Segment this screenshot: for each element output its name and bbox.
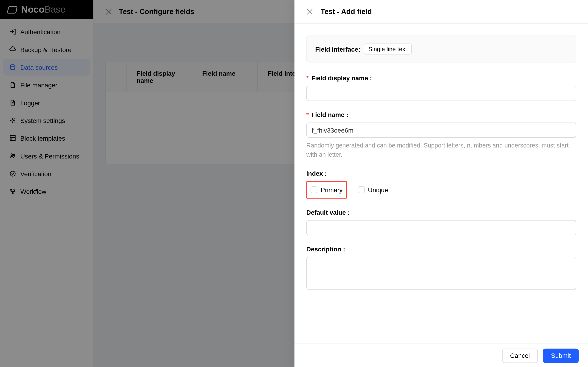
description-textarea[interactable]: [306, 257, 576, 290]
primary-checkbox[interactable]: Primary: [306, 181, 347, 198]
field-default-value-group: Default value: [306, 209, 576, 235]
display-name-input[interactable]: [306, 86, 576, 101]
interface-label: Field interface:: [315, 45, 360, 52]
name-label: Field name: [311, 111, 348, 118]
field-description-group: Description: [306, 245, 576, 291]
field-name-group: *Field name Randomly generated and can b…: [306, 111, 576, 159]
field-display-name-group: *Field display name: [306, 74, 576, 101]
close-icon[interactable]: [306, 8, 313, 15]
checkbox-box: [358, 186, 364, 193]
interface-chip[interactable]: Single line text: [364, 44, 412, 55]
submit-button[interactable]: Submit: [543, 348, 579, 363]
unique-checkbox[interactable]: Unique: [355, 184, 391, 196]
required-marker: *: [306, 74, 309, 81]
default-value-input[interactable]: [306, 220, 576, 235]
description-label: Description: [306, 245, 345, 252]
drawer-footer: Cancel Submit: [294, 343, 588, 367]
unique-label: Unique: [368, 186, 388, 193]
drawer-title: Test - Add field: [321, 7, 372, 16]
name-input[interactable]: [306, 123, 576, 138]
drawer-header: Test - Add field: [294, 0, 588, 24]
index-label: Index: [306, 170, 327, 177]
checkbox-box: [311, 186, 317, 193]
required-marker: *: [306, 111, 309, 118]
display-name-label: Field display name: [311, 74, 372, 81]
primary-label: Primary: [321, 186, 342, 193]
field-interface-info: Field interface: Single line text: [306, 35, 576, 63]
add-field-drawer: Test - Add field Field interface: Single…: [294, 0, 588, 367]
cancel-button[interactable]: Cancel: [502, 348, 538, 363]
field-index-group: Index Primary Unique: [306, 170, 576, 198]
name-help: Randomly generated and can be modified. …: [306, 141, 576, 159]
default-value-label: Default value: [306, 209, 350, 216]
